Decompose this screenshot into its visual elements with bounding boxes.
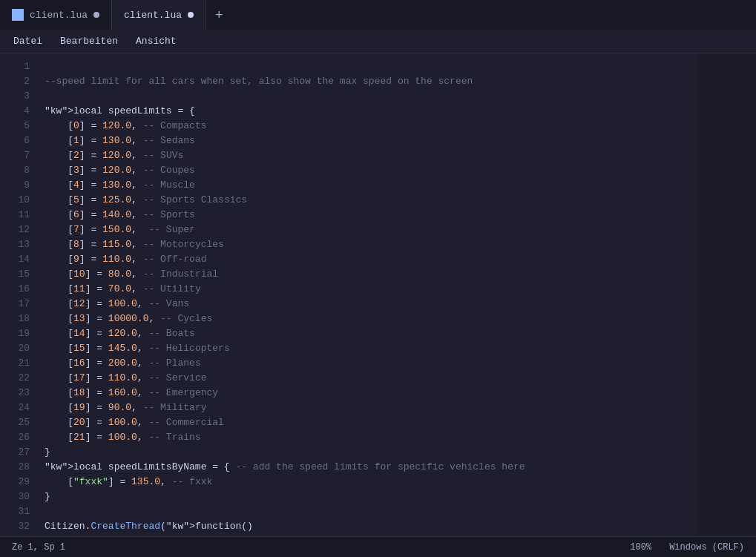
new-tab-button[interactable]: + <box>206 0 232 30</box>
menu-datei[interactable]: Datei <box>6 33 50 50</box>
code-line: [14] = 120.0, -- Boats <box>45 326 691 341</box>
code-line: [8] = 115.0, -- Motorcycles <box>45 237 691 252</box>
line-numbers: 1234567891011121314151617181920212223242… <box>0 53 36 536</box>
tab-1-label: client.lua <box>30 10 88 21</box>
tab-2-modified-dot <box>188 12 194 18</box>
code-line: [12] = 100.0, -- Vans <box>45 297 691 312</box>
status-right: 100% Windows (CRLF) <box>630 542 744 553</box>
code-line: [7] = 150.0, -- Super <box>45 223 691 237</box>
zoom-level: 100% <box>630 542 651 553</box>
code-line: [6] = 140.0, -- Sports <box>45 208 691 223</box>
code-line: [10] = 80.0, -- Industrial <box>45 267 691 282</box>
code-line: --speed limit for all cars when set, als… <box>45 74 691 89</box>
code-line <box>45 59 691 74</box>
tab-2[interactable]: client.lua <box>112 0 206 30</box>
code-line: [2] = 120.0, -- SUVs <box>45 148 691 163</box>
menu-ansicht[interactable]: Ansicht <box>128 33 184 50</box>
tab-2-label: client.lua <box>124 10 182 21</box>
tab-1[interactable]: client.lua <box>0 0 112 30</box>
status-bar: Ze 1, Sp 1 100% Windows (CRLF) <box>0 536 756 557</box>
code-line: [3] = 120.0, -- Coupes <box>45 163 691 178</box>
tab-1-modified-dot <box>93 12 99 18</box>
editor-container: 1234567891011121314151617181920212223242… <box>0 53 756 536</box>
code-line: [1] = 130.0, -- Sedans <box>45 134 691 148</box>
cursor-position: Ze 1, Sp 1 <box>12 542 65 553</box>
file-icon <box>12 9 24 21</box>
code-line: Citizen.CreateThread("kw">function() <box>45 519 691 534</box>
code-line: [4] = 130.0, -- Muscle <box>45 178 691 193</box>
code-editor[interactable]: --speed limit for all cars when set, als… <box>36 53 697 536</box>
code-line: [18] = 160.0, -- Emergency <box>45 386 691 401</box>
code-line: [0] = 120.0, -- Compacts <box>45 119 691 134</box>
code-line: ["fxxk"] = 135.0, -- fxxk <box>45 475 691 490</box>
code-line: "kw">local speedLimits = { <box>45 104 691 119</box>
code-line: } <box>45 445 691 460</box>
code-line: [19] = 90.0, -- Military <box>45 401 691 415</box>
code-line: [21] = 100.0, -- Trains <box>45 430 691 445</box>
code-line: } <box>45 490 691 504</box>
code-line: [16] = 200.0, -- Planes <box>45 356 691 371</box>
menu-bar: Datei Bearbeiten Ansicht <box>0 30 756 53</box>
tab-bar: client.lua client.lua + <box>0 0 756 30</box>
code-line: "kw">while "kw">true "kw">do <box>45 534 691 536</box>
code-line: [17] = 110.0, -- Service <box>45 371 691 386</box>
code-line: "kw">local speedLimitsByName = { -- add … <box>45 460 691 475</box>
code-line <box>45 89 691 104</box>
menu-bearbeiten[interactable]: Bearbeiten <box>53 33 125 50</box>
minimap <box>697 53 756 536</box>
code-line: [9] = 110.0, -- Off-road <box>45 252 691 267</box>
code-line: [13] = 10000.0, -- Cycles <box>45 312 691 326</box>
code-line: [5] = 125.0, -- Sports Classics <box>45 193 691 208</box>
line-ending: Windows (CRLF) <box>669 542 744 553</box>
code-line: [11] = 70.0, -- Utility <box>45 282 691 297</box>
code-line <box>45 504 691 519</box>
code-line: [15] = 145.0, -- Helicopters <box>45 341 691 356</box>
code-line: [20] = 100.0, -- Commercial <box>45 415 691 430</box>
